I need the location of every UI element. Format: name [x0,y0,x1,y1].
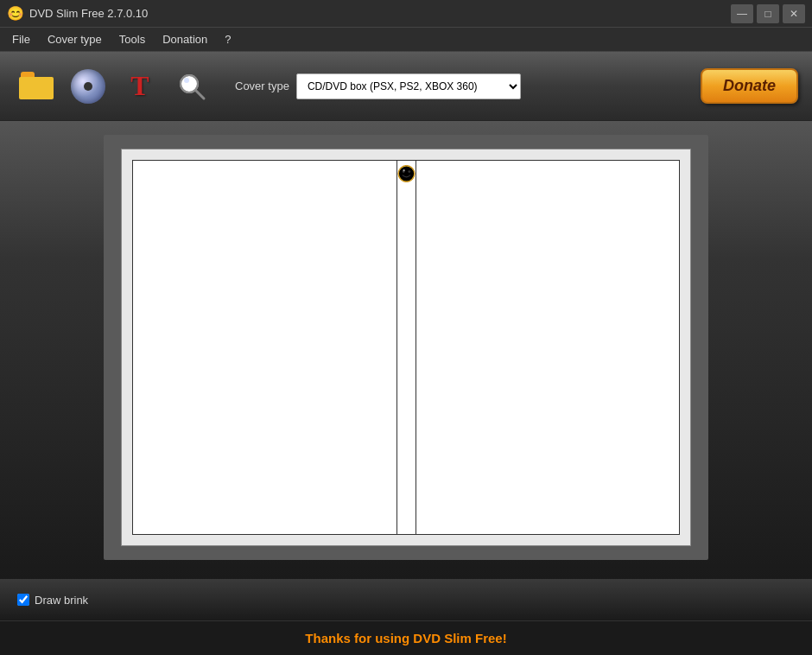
disc-button[interactable] [66,64,111,109]
text-button[interactable]: T [117,64,162,109]
title-controls: — □ ✕ [731,4,805,23]
toolbar: T Cover type CD/DVD box (PSX, PS2, XBOX … [0,52,812,121]
maximize-button[interactable]: □ [757,4,779,23]
menu-donation[interactable]: Donation [154,29,216,49]
draw-brink-text: Draw brink [35,594,88,607]
title-text: DVD Slim Free 2.7.0.10 [29,7,148,20]
svg-point-2 [184,78,189,83]
cover-type-label: Cover type [235,79,289,92]
text-icon: T [130,70,149,102]
smiley-icon [397,164,416,183]
minimize-button[interactable]: — [731,4,753,23]
svg-point-6 [398,166,413,181]
menu-file[interactable]: File [3,29,39,49]
cover-type-area: Cover type CD/DVD box (PSX, PS2, XBOX 36… [235,73,521,99]
status-text: Thanks for using DVD Slim Free! [305,631,506,645]
cover-front [416,161,680,534]
open-folder-button[interactable] [14,64,59,109]
status-bar: Thanks for using DVD Slim Free! [0,620,812,655]
cover-inner [132,160,680,535]
folder-icon [19,72,54,101]
cover-spine [397,161,416,534]
svg-line-3 [196,91,204,99]
menu-bar: File Cover type Tools Donation ? [0,28,812,52]
disc-icon [71,69,105,104]
content-area [0,121,812,579]
close-button[interactable]: ✕ [783,4,805,23]
menu-cover-type[interactable]: Cover type [39,29,111,49]
title-bar: 😊 DVD Slim Free 2.7.0.10 — □ ✕ [0,0,812,28]
app-window: 😊 DVD Slim Free 2.7.0.10 — □ ✕ File Cove… [0,0,812,655]
search-button[interactable] [169,64,214,109]
draw-brink-checkbox[interactable] [17,594,29,606]
cover-type-select[interactable]: CD/DVD box (PSX, PS2, XBOX 360) Blu-ray … [296,73,521,99]
menu-tools[interactable]: Tools [111,29,154,49]
svg-point-8 [408,170,410,173]
search-icon [176,71,207,102]
svg-point-1 [182,77,196,91]
app-icon: 😊 [7,5,24,22]
cover-back [133,161,397,534]
canvas-wrapper [104,135,708,560]
cover-canvas [121,149,691,546]
menu-help[interactable]: ? [216,29,239,49]
draw-brink-label[interactable]: Draw brink [17,594,88,607]
title-left: 😊 DVD Slim Free 2.7.0.10 [7,5,148,22]
bottom-controls: Draw brink [0,579,812,620]
donate-button[interactable]: Donate [701,68,798,104]
svg-point-9 [403,169,404,171]
